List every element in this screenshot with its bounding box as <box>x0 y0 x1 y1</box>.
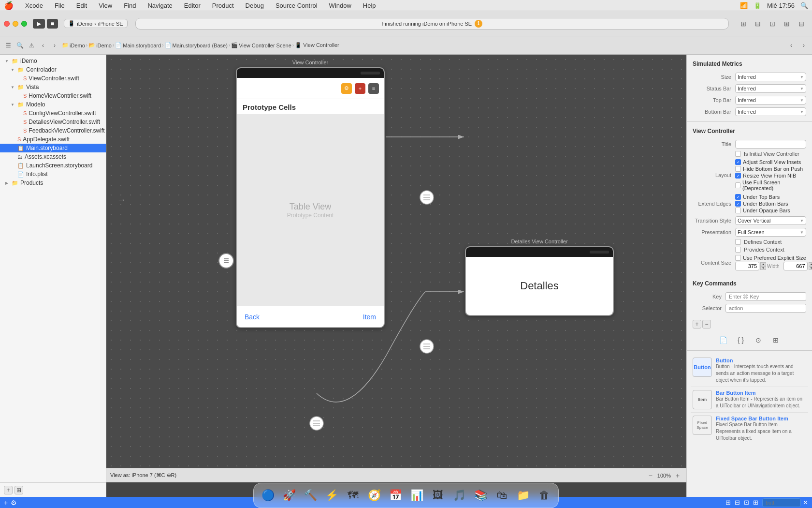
scheme-selector[interactable]: 📱 iDemo › iPhone SE <box>64 19 127 28</box>
vc-phone-mockup[interactable]: ⚙ + ≡ Prototype Cells Table View Prototy… <box>236 67 385 328</box>
dock-calendar[interactable]: 📅 <box>385 485 406 506</box>
under-top-checkbox[interactable]: ✓ <box>735 194 741 200</box>
tree-item-homevc[interactable]: ▷ S HomeViewContrller.swift <box>0 91 106 100</box>
stop-button[interactable]: ■ <box>47 19 58 29</box>
status-bar-select[interactable]: Inferred ▼ <box>735 84 806 93</box>
add-file-btn[interactable]: + <box>4 486 13 494</box>
editor-split[interactable]: ⊟ <box>795 19 808 29</box>
nav-back-btn[interactable]: ‹ <box>786 40 797 51</box>
menu-file[interactable]: File <box>53 2 67 9</box>
presentation-select[interactable]: Full Screen ▼ <box>735 228 806 237</box>
editor-layout[interactable]: ⊞ <box>780 19 794 29</box>
menu-product[interactable]: Product <box>210 2 236 9</box>
panel-icon-square[interactable]: ⊞ <box>770 334 782 346</box>
bottom-bar-select[interactable]: Inferred ▼ <box>735 107 806 116</box>
split-view-btn[interactable]: ⊟ <box>735 499 740 506</box>
menu-window[interactable]: Window <box>327 2 353 9</box>
panel-icon-doc[interactable]: 📄 <box>718 334 729 346</box>
dock-photos[interactable]: 🖼 <box>428 485 448 506</box>
back-button-mockup[interactable]: Back <box>245 313 260 321</box>
run-button[interactable]: ▶ <box>33 19 45 29</box>
dock-files[interactable]: 📁 <box>513 485 533 506</box>
height-down[interactable]: ▼ <box>809 266 812 270</box>
under-bottom-checkbox[interactable]: ✓ <box>735 201 741 207</box>
tree-item-main-storyboard[interactable]: ▷ 📋 Main.storyboard <box>0 144 106 152</box>
search-bottom-input[interactable] <box>762 498 801 507</box>
menu-xcode[interactable]: Xcode <box>23 2 45 9</box>
editor-options-btn[interactable]: ⊞ <box>14 486 23 494</box>
breadcrumb-idemo1[interactable]: 📁 iDemo <box>62 42 85 48</box>
canvas-area[interactable]: → View Controller <box>106 55 686 497</box>
menu-view[interactable]: View <box>97 2 114 9</box>
forward-nav[interactable]: › <box>49 40 60 51</box>
breadcrumb-vc-scene[interactable]: 🎬 View Controller Scene <box>231 42 291 48</box>
dock-appstore[interactable]: 🛍 <box>492 485 512 506</box>
remove-key-command-btn[interactable]: − <box>702 320 711 329</box>
key-input[interactable] <box>725 292 806 301</box>
add-btn-bottom[interactable]: + <box>4 499 8 507</box>
dock-itunes[interactable]: 🎵 <box>449 485 469 506</box>
tree-item-launchscreen[interactable]: ▷ 📋 LaunchScreen.storyboard <box>0 161 106 170</box>
height-stepper[interactable]: ▲ ▼ <box>809 262 812 270</box>
tree-item-assets[interactable]: ▷ 🗂 Assets.xcassets <box>0 152 106 161</box>
dock-activity[interactable]: 📊 <box>406 485 427 506</box>
tree-item-detallesvc[interactable]: ▷ S DetallesViewController.swift <box>0 118 106 126</box>
dock-trash[interactable]: 🗑 <box>534 485 554 506</box>
minimize-button[interactable] <box>13 21 18 27</box>
detalles-phone-mockup[interactable]: Detalles <box>465 246 614 316</box>
search-clear-btn[interactable]: ✕ <box>803 499 808 506</box>
top-bar-select[interactable]: Inferred ▼ <box>735 96 806 105</box>
hide-bottom-checkbox[interactable] <box>735 166 741 172</box>
warning-badge[interactable]: 1 <box>475 20 482 28</box>
maximize-button[interactable] <box>21 21 27 27</box>
provides-context-checkbox[interactable] <box>735 247 741 253</box>
tree-item-infoplist[interactable]: ▷ 📄 Info.plist <box>0 170 106 179</box>
menu-find[interactable]: Find <box>122 2 138 9</box>
under-opaque-checkbox[interactable] <box>735 208 741 213</box>
use-explicit-checkbox[interactable] <box>735 255 741 261</box>
grid-btn[interactable]: ⊞ <box>753 499 758 506</box>
menu-edit[interactable]: Edit <box>74 2 89 9</box>
menu-editor[interactable]: Editor <box>182 2 203 9</box>
inspector-toggle[interactable]: ⊡ <box>766 19 779 29</box>
aspect-btn[interactable]: ⊡ <box>744 499 749 506</box>
navigator-toggle[interactable]: ⊞ <box>737 19 750 29</box>
menu-source-control[interactable]: Source Control <box>274 2 319 9</box>
initial-vc-checkbox[interactable] <box>735 151 741 157</box>
close-button[interactable] <box>4 21 10 27</box>
selector-input[interactable] <box>725 304 806 313</box>
menu-debug[interactable]: Debug <box>244 2 266 9</box>
zoom-in-btn[interactable]: + <box>673 471 682 480</box>
transition-select[interactable]: Cover Vertical ▼ <box>735 216 806 225</box>
tree-item-configvc[interactable]: ▷ S ConfigViewController.swift <box>0 109 106 118</box>
warning-filter[interactable]: ⚠ <box>26 40 37 51</box>
resize-nib-checkbox[interactable]: ✓ <box>735 173 741 179</box>
panel-icon-circle[interactable]: ⊙ <box>753 334 764 346</box>
debug-toggle[interactable]: ⊟ <box>751 19 765 29</box>
dock-xcode[interactable]: 🔨 <box>300 485 320 506</box>
size-select[interactable]: Inferred ▼ <box>735 73 806 81</box>
zoom-fit-btn[interactable]: ⊞ <box>725 499 731 506</box>
item-button-mockup[interactable]: Item <box>363 313 376 321</box>
back-nav[interactable]: ‹ <box>38 40 48 51</box>
tree-item-viewcontroller[interactable]: ▷ S ViewController.swift <box>0 74 106 83</box>
tree-item-products[interactable]: ▶ 📁 Products <box>0 179 106 187</box>
breadcrumb-main-base[interactable]: 📄 Main.storyboard (Base) <box>165 42 228 48</box>
nav-forward-btn[interactable]: › <box>798 40 809 51</box>
dock-maps[interactable]: 🗺 <box>343 485 363 506</box>
search-icon[interactable]: 🔍 <box>800 2 808 9</box>
breadcrumb-vc[interactable]: 📱 View Controller <box>295 42 339 48</box>
dock-safari[interactable]: 🧭 <box>364 485 384 506</box>
title-input[interactable] <box>735 140 806 149</box>
storyboard-canvas[interactable]: → View Controller <box>106 55 686 482</box>
dock-maps2[interactable]: 📚 <box>470 485 491 506</box>
settings-btn-bottom[interactable]: ⚙ <box>11 499 17 507</box>
tree-item-modelo[interactable]: ▼ 📁 Modelo <box>0 100 106 109</box>
width-up[interactable]: ▲ <box>760 262 766 266</box>
add-key-command-btn[interactable]: + <box>693 320 701 329</box>
tree-item-appdelegate[interactable]: ▷ S AppDelegate.swift <box>0 135 106 144</box>
full-screen-checkbox[interactable] <box>735 182 740 188</box>
menu-help[interactable]: Help <box>361 2 378 9</box>
breadcrumb-main[interactable]: 📄 Main.storyboard <box>115 42 161 48</box>
dock-terminal[interactable]: ⚡ <box>321 485 342 506</box>
